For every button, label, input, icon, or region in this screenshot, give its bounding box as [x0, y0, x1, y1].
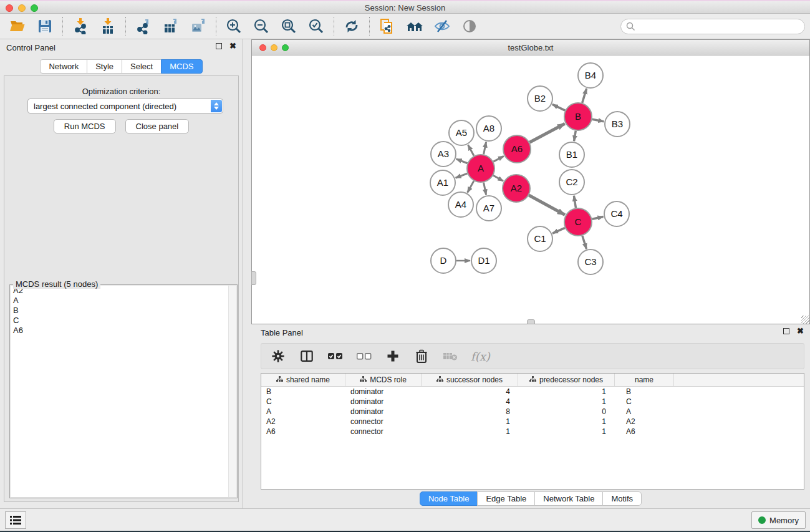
column-header-name[interactable]: name [615, 374, 674, 386]
graph-node-C[interactable]: C [564, 208, 592, 236]
graph-edge-A-A5[interactable] [468, 145, 475, 155]
graph-edge-A-A6[interactable] [493, 156, 504, 162]
result-item[interactable]: A [11, 296, 236, 306]
graph-node-A5[interactable]: A5 [449, 120, 474, 145]
graph-node-B4[interactable]: B4 [578, 63, 603, 88]
birds-eye-handle-left[interactable] [251, 271, 256, 285]
graph-edge-A-A1[interactable] [456, 173, 468, 178]
column-header-shared-name[interactable]: shared name [261, 374, 345, 386]
graph-edge-A-A4[interactable] [468, 181, 474, 193]
table-cell[interactable]: A2 [261, 417, 345, 427]
table-row[interactable]: Cdominator41C [261, 397, 804, 407]
eye-slash-icon[interactable] [431, 16, 453, 36]
tab-node-table[interactable]: Node Table [420, 491, 478, 506]
graph-edge-A2-C[interactable] [529, 195, 565, 215]
run-mcds-button[interactable]: Run MCDS [54, 119, 116, 133]
export-network-icon[interactable] [132, 16, 155, 36]
graph-edge-C-C3[interactable] [582, 236, 587, 249]
graph-node-D[interactable]: D [431, 248, 456, 273]
float-panel-icon[interactable] [216, 43, 222, 49]
zoom-in-icon[interactable] [223, 16, 245, 36]
zoom-out-icon[interactable] [250, 16, 272, 36]
table-row[interactable]: A2connector11A2 [261, 417, 804, 427]
graph-edge-A-A8[interactable] [484, 142, 486, 155]
graph-node-C4[interactable]: C4 [604, 201, 629, 226]
table-cell[interactable]: connector [345, 417, 422, 427]
refresh-icon[interactable] [340, 16, 363, 36]
column-header-successor-nodes[interactable]: successor nodes [422, 374, 518, 386]
tab-select[interactable]: Select [122, 59, 162, 74]
close-panel-button[interactable]: Close panel [125, 119, 190, 133]
table-cell[interactable]: dominator [345, 387, 422, 397]
network-window-titlebar[interactable]: testGlobe.txt [252, 40, 809, 56]
criterion-select[interactable]: largest connected component (directed) [27, 99, 223, 114]
mcds-result-list[interactable]: A2ABCA6 [11, 286, 236, 497]
graph-edge-A-A2[interactable] [493, 175, 503, 181]
graph-node-A2[interactable]: A2 [503, 175, 530, 202]
graph-edge-B-B4[interactable] [582, 89, 587, 103]
graph-edge-A-A3[interactable] [456, 159, 468, 163]
export-table-icon[interactable] [160, 16, 182, 36]
graph-node-D1[interactable]: D1 [471, 248, 496, 273]
split-columns-icon[interactable] [299, 348, 315, 364]
table-cell[interactable]: dominator [345, 407, 422, 417]
graph-node-A8[interactable]: A8 [476, 116, 501, 141]
memory-button[interactable]: Memory [751, 511, 806, 529]
checked-boxes-icon[interactable] [327, 348, 344, 364]
import-table-icon[interactable] [97, 16, 119, 36]
eye-icon[interactable] [458, 16, 481, 36]
result-item[interactable]: C [11, 316, 236, 326]
table-cell[interactable]: 1 [518, 397, 615, 407]
graph-node-A3[interactable]: A3 [431, 142, 456, 167]
graph-node-B2[interactable]: B2 [528, 86, 552, 111]
copy-network-icon[interactable] [376, 16, 398, 36]
graph-edge-C-C2[interactable] [574, 196, 576, 208]
graph-edge-B-B2[interactable] [552, 104, 565, 110]
table-cell[interactable]: A [615, 407, 674, 417]
graph-node-C1[interactable]: C1 [528, 226, 552, 251]
column-header-predecessor-nodes[interactable]: predecessor nodes [518, 374, 615, 386]
graph-edge-C-C4[interactable] [592, 217, 604, 220]
graph-node-A7[interactable]: A7 [476, 196, 501, 221]
table-cell[interactable]: A6 [261, 427, 345, 437]
graph-node-A[interactable]: A [467, 155, 494, 182]
save-icon[interactable] [34, 16, 56, 36]
zoom-selected-icon[interactable] [305, 16, 327, 36]
table-cell[interactable]: 8 [422, 407, 518, 417]
graph-node-B[interactable]: B [564, 103, 592, 130]
float-table-panel-icon[interactable] [783, 328, 789, 334]
result-scrollbar[interactable] [228, 286, 236, 497]
table-row[interactable]: Bdominator41B [261, 387, 804, 397]
graph-node-A4[interactable]: A4 [448, 192, 473, 217]
tab-style[interactable]: Style [87, 59, 122, 74]
graph-edge-B-B1[interactable] [574, 131, 576, 142]
network-canvas[interactable]: AA1A2A3A4A5A6A7A8BB1B2B3B4CC1C2C3C4DD1 [252, 56, 809, 324]
gear-icon[interactable] [270, 348, 286, 364]
tab-network[interactable]: Network [40, 59, 87, 74]
export-image-icon[interactable] [187, 16, 210, 36]
table-cell[interactable]: 1 [518, 427, 615, 437]
task-history-button[interactable] [5, 511, 26, 529]
unchecked-boxes-icon[interactable] [356, 348, 372, 364]
table-row[interactable]: Adominator80A [261, 407, 804, 417]
home-icon[interactable] [403, 16, 426, 36]
table-cell[interactable]: C [261, 397, 345, 407]
zoom-fit-icon[interactable] [277, 16, 300, 36]
resize-grip-icon[interactable] [801, 316, 809, 324]
table-cell[interactable]: 4 [422, 397, 518, 407]
graph-node-B1[interactable]: B1 [559, 142, 584, 167]
search-input[interactable] [620, 19, 805, 34]
table-cell[interactable]: connector [345, 427, 422, 437]
birds-eye-handle-bottom[interactable] [527, 319, 535, 324]
result-item[interactable]: B [11, 306, 236, 316]
graph-node-C2[interactable]: C2 [559, 170, 584, 195]
table-cell[interactable]: 1 [422, 427, 518, 437]
close-table-panel-icon[interactable]: ✖ [797, 327, 804, 335]
trash-icon[interactable] [413, 348, 430, 364]
table-cell[interactable]: A6 [615, 427, 674, 437]
graph-node-C3[interactable]: C3 [578, 249, 603, 274]
graph-edge-B-B3[interactable] [592, 119, 604, 122]
table-cell[interactable]: B [615, 387, 674, 397]
close-panel-icon[interactable]: ✖ [229, 42, 236, 50]
table-cell[interactable]: 0 [518, 407, 615, 417]
